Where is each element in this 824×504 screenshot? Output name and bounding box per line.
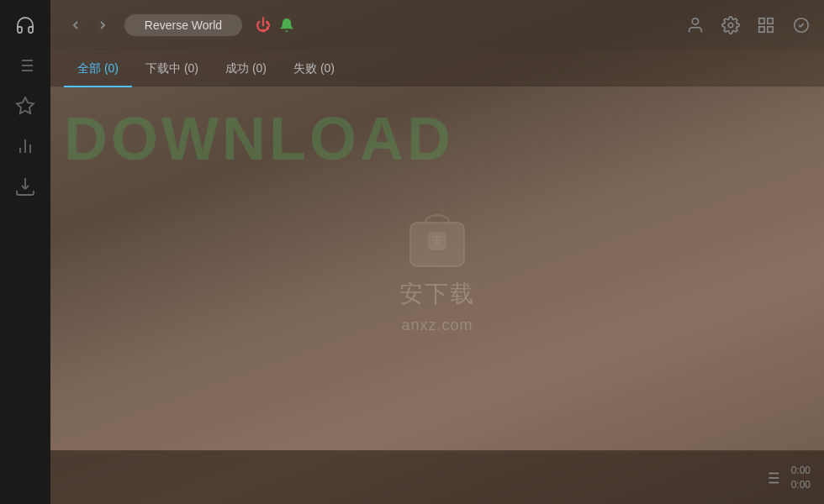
settings-icon[interactable] xyxy=(721,16,740,34)
tabs-bar: 全部 (0) 下载中 (0) 成功 (0) 失败 (0) xyxy=(50,50,824,87)
watermark-bag-icon: 安 xyxy=(404,204,471,271)
svg-point-10 xyxy=(692,18,698,24)
watermark-en-text: anxz.com xyxy=(401,317,473,334)
download-bg-text: DOWNLOAD xyxy=(64,104,454,173)
svg-marker-6 xyxy=(17,97,34,113)
header-status-icons: ⏻ xyxy=(256,17,294,34)
watermark-cn-text: 安下载 xyxy=(399,278,475,310)
download-area: DOWNLOAD 安 安下载 anxz.com xyxy=(50,87,824,450)
page-title: Reverse World xyxy=(145,18,222,32)
tab-downloading[interactable]: 下载中 (0) xyxy=(132,50,212,87)
tab-all[interactable]: 全部 (0) xyxy=(64,50,132,87)
header: Reverse World ⏻ xyxy=(50,0,824,50)
main-content: Reverse World ⏻ xyxy=(50,0,824,504)
user-icon[interactable] xyxy=(686,16,705,34)
sidebar-item-star[interactable] xyxy=(8,89,42,123)
sidebar xyxy=(0,0,50,504)
time-current: 0:00 xyxy=(791,464,811,478)
forward-button[interactable] xyxy=(91,13,114,37)
nav-arrows xyxy=(64,13,114,37)
circle-check-icon[interactable] xyxy=(792,16,811,34)
header-right-icons xyxy=(686,16,811,34)
time-total: 0:00 xyxy=(791,478,811,492)
menu-icon[interactable] xyxy=(757,16,775,34)
power-icon[interactable]: ⏻ xyxy=(256,17,271,34)
time-display: 0:00 0:00 xyxy=(791,464,811,492)
tab-failed[interactable]: 失败 (0) xyxy=(280,50,348,87)
back-button[interactable] xyxy=(64,13,87,37)
bottom-bar: 0:00 0:00 xyxy=(50,450,824,504)
tab-success[interactable]: 成功 (0) xyxy=(212,50,280,87)
sidebar-item-chart[interactable] xyxy=(8,129,42,163)
sidebar-item-list[interactable] xyxy=(8,49,42,82)
bell-icon[interactable] xyxy=(279,18,294,33)
svg-rect-15 xyxy=(768,27,773,32)
svg-text:安: 安 xyxy=(430,234,443,248)
playlist-icon[interactable] xyxy=(763,469,781,487)
svg-point-11 xyxy=(728,23,733,28)
title-bar: Reverse World xyxy=(124,14,242,36)
watermark: 安 安下载 anxz.com xyxy=(399,204,475,334)
sidebar-item-download[interactable] xyxy=(8,170,42,203)
sidebar-item-headphone[interactable] xyxy=(8,8,42,42)
svg-rect-13 xyxy=(768,18,773,24)
svg-rect-14 xyxy=(759,27,764,32)
bottom-controls: 0:00 0:00 xyxy=(763,464,811,492)
svg-rect-12 xyxy=(759,18,764,24)
